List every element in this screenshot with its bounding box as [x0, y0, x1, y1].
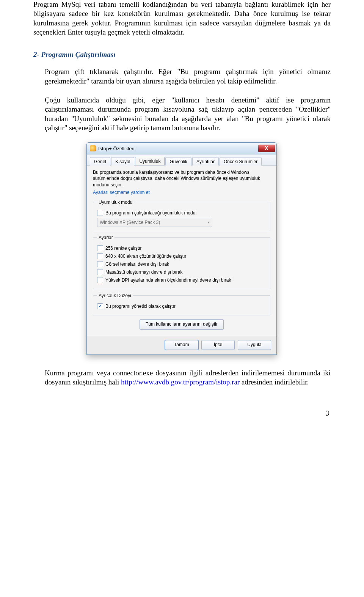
group-compat-legend: Uyumluluk modu [97, 200, 134, 205]
chk-256-colors[interactable] [97, 245, 103, 251]
chk-disable-themes[interactable] [97, 261, 103, 267]
label-disable-composition: Masaüstü oluşturmayı devre dışı bırak [105, 269, 182, 275]
compat-mode-combo-value: Windows XP (Service Pack 3) [100, 220, 160, 225]
cancel-button[interactable]: İptal [201, 340, 235, 350]
chevron-down-icon: ▾ [208, 220, 210, 224]
page-number: 3 [33, 410, 331, 417]
paragraph-1: Program MySql veri tabanı temelli kodlan… [33, 0, 331, 37]
apply-button[interactable]: Uygula [238, 340, 271, 350]
tab-compatibility[interactable]: Uyumluluk [135, 157, 165, 165]
compat-mode-label: Bu programın çalıştırılacağı uyumluluk m… [105, 210, 197, 216]
app-icon [90, 145, 96, 151]
compat-mode-combo[interactable]: Windows XP (Service Pack 3) ▾ [97, 218, 212, 227]
properties-dialog: Istop+ Özellikleri X Genel Kısayol Uyuml… [86, 142, 277, 355]
dialog-titlebar: Istop+ Özellikleri X [87, 143, 276, 154]
group-privilege: Ayrıcalık Düzeyi Bu programı yönetici ol… [93, 293, 270, 315]
dialog-button-row: Tamam İptal Uygula [87, 336, 276, 354]
group-privilege-legend: Ayrıcalık Düzeyi [97, 293, 133, 298]
paragraph-2: Program çift tıklanarak çalıştırılır. Eğ… [45, 67, 331, 86]
tab-previous-versions[interactable]: Önceki Sürümler [220, 157, 262, 165]
label-640x480: 640 x 480 ekran çözünürlüğünde çalıştır [105, 254, 186, 259]
section-heading-2: 2- Programın Çalıştırılması [33, 50, 331, 59]
ok-button[interactable]: Tamam [165, 340, 198, 350]
label-disable-themes: Görsel temaları devre dışı bırak [105, 261, 169, 267]
chk-disable-composition[interactable] [97, 269, 103, 275]
tab-security[interactable]: Güvenlik [165, 157, 191, 165]
group-compat-mode: Uyumluluk modu Bu programın çalıştırılac… [93, 200, 270, 231]
tab-shortcut[interactable]: Kısayol [111, 157, 134, 165]
paragraph-3: Çoğu kullanıcıda olduğu gibi, eğer "kull… [45, 96, 331, 132]
download-link[interactable]: http://www.avdb.gov.tr/program/istop.rar [121, 378, 240, 386]
paragraph-4b: adresinden indirilebilir. [242, 378, 309, 386]
compat-mode-checkbox[interactable] [97, 210, 103, 216]
group-settings: Ayarlar 256 renkte çalıştır 640 x 480 ek… [93, 235, 270, 289]
group-settings-legend: Ayarlar [97, 235, 115, 240]
label-disable-dpi-scaling: Yüksek DPI ayarlarında ekran ölçeklendir… [105, 277, 231, 283]
tab-general[interactable]: Genel [90, 157, 110, 165]
paragraph-4: Kurma programı veya connector.exe dosyas… [45, 369, 331, 387]
label-256-colors: 256 renkte çalıştır [105, 246, 141, 251]
chk-disable-dpi-scaling[interactable] [97, 277, 103, 283]
chk-640x480[interactable] [97, 253, 103, 259]
tabstrip: Genel Kısayol Uyumluluk Güvenlik Ayrıntı… [87, 154, 276, 165]
tab-details[interactable]: Ayrıntılar [192, 157, 219, 165]
dialog-title: Istop+ Özellikleri [98, 146, 258, 151]
help-link[interactable]: Ayarları seçmeme yardım et [93, 190, 150, 195]
compat-intro: Bu programda sorunla karşılaşıyorsanız v… [93, 169, 270, 188]
chk-run-as-admin[interactable] [97, 303, 103, 309]
label-run-as-admin: Bu programı yönetici olarak çalıştır [105, 304, 176, 309]
change-all-users-button[interactable]: Tüm kullanıcıların ayarlarını değiştir [140, 319, 224, 330]
close-button[interactable]: X [258, 145, 275, 152]
dialog-body: Bu programda sorunla karşılaşıyorsanız v… [87, 165, 276, 336]
